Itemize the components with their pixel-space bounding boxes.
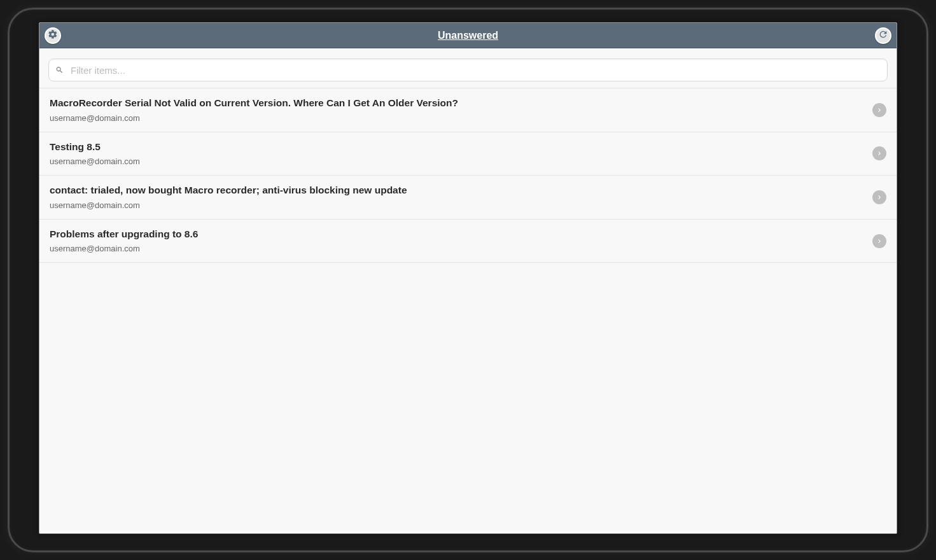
page-title[interactable]: Unanswered xyxy=(438,30,498,41)
ticket-from: username@domain.com xyxy=(50,157,865,166)
ticket-title: Problems after upgrading to 8.6 xyxy=(50,228,865,241)
chevron-right-icon xyxy=(872,190,886,204)
search-container xyxy=(39,48,897,88)
chevron-right-icon xyxy=(872,146,886,160)
ticket-row[interactable]: MacroRecorder Serial Not Valid on Curren… xyxy=(39,88,897,132)
ticket-text: Testing 8.5username@domain.com xyxy=(50,141,865,167)
ticket-text: MacroRecorder Serial Not Valid on Curren… xyxy=(50,97,865,123)
search-input[interactable] xyxy=(48,59,888,81)
app-window: Unanswered MacroRecorder Serial Not Vali… xyxy=(39,22,897,534)
ticket-title: MacroRecorder Serial Not Valid on Curren… xyxy=(50,97,865,109)
ticket-row[interactable]: contact: trialed, now bought Macro recor… xyxy=(39,176,897,220)
ticket-text: contact: trialed, now bought Macro recor… xyxy=(50,185,865,210)
search-field xyxy=(48,59,888,81)
chevron-right-icon xyxy=(872,234,886,248)
gear-icon xyxy=(48,29,58,42)
ticket-row[interactable]: Testing 8.5username@domain.com xyxy=(39,132,897,176)
ticket-from: username@domain.com xyxy=(50,113,865,123)
ticket-title: contact: trialed, now bought Macro recor… xyxy=(50,185,865,197)
ticket-title: Testing 8.5 xyxy=(50,141,865,153)
device-frame: Unanswered MacroRecorder Serial Not Vali… xyxy=(8,8,928,552)
ticket-text: Problems after upgrading to 8.6username@… xyxy=(50,228,865,254)
refresh-button[interactable] xyxy=(875,27,891,44)
chevron-right-icon xyxy=(872,103,886,117)
ticket-from: username@domain.com xyxy=(50,200,865,210)
ticket-row[interactable]: Problems after upgrading to 8.6username@… xyxy=(39,220,897,263)
settings-button[interactable] xyxy=(45,27,61,44)
header-bar: Unanswered xyxy=(39,23,897,48)
ticket-from: username@domain.com xyxy=(50,244,865,253)
ticket-list: MacroRecorder Serial Not Valid on Curren… xyxy=(39,88,897,533)
refresh-icon xyxy=(878,29,888,42)
